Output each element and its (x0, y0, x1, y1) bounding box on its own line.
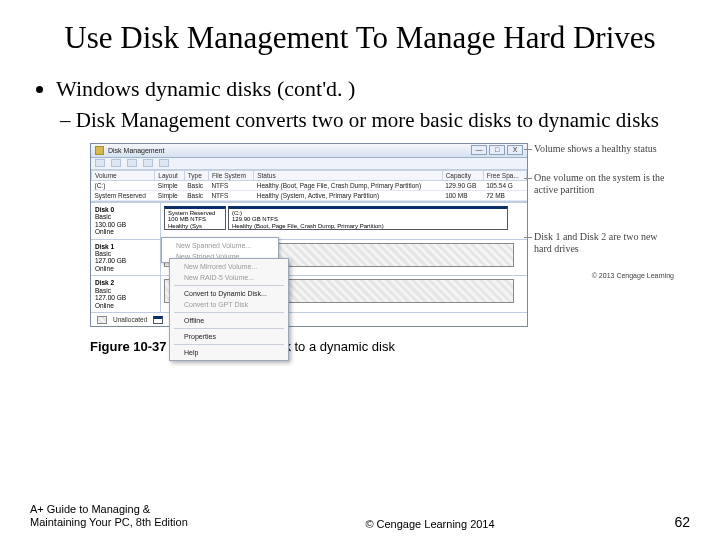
disk-type: Basic (95, 250, 156, 257)
figure-number: Figure 10-37 (90, 339, 167, 354)
part-title: System Reserved (168, 210, 222, 217)
disk-type: Basic (95, 213, 156, 220)
cell: Simple (155, 180, 184, 190)
toolbar-button[interactable] (159, 159, 169, 167)
menu-separator (174, 285, 284, 286)
menu-separator (174, 312, 284, 313)
callout-text: One volume on the system is the active p… (534, 172, 665, 195)
col-capacity[interactable]: Capacity (442, 170, 483, 180)
part-status: Healthy (Sys (168, 223, 222, 230)
disk-state: Online (95, 265, 156, 272)
col-filesystem[interactable]: File System (208, 170, 253, 180)
cell: Basic (184, 180, 208, 190)
part-size: 129.90 GB NTFS (232, 216, 504, 223)
toolbar (91, 158, 527, 170)
partition[interactable]: (C:) 129.90 GB NTFS Healthy (Boot, Page … (228, 206, 508, 230)
cell: 72 MB (483, 190, 526, 200)
toolbar-button[interactable] (111, 159, 121, 167)
menu-separator (174, 344, 284, 345)
footer-left: A+ Guide to Managing & Maintaining Your … (30, 503, 230, 531)
col-type[interactable]: Type (184, 170, 208, 180)
swatch-unallocated-icon (97, 316, 107, 324)
cell: NTFS (208, 180, 253, 190)
maximize-button[interactable]: □ (489, 145, 505, 155)
disk-name: Disk 1 (95, 243, 156, 250)
part-title: (C:) (232, 210, 504, 217)
disk-row: Disk 0 Basic 130.00 GB Online System Res… (91, 202, 527, 239)
cell: System Reserved (92, 190, 155, 200)
window-title: Disk Management (108, 147, 471, 154)
menu-item-convert-gpt[interactable]: Convert to GPT Disk (170, 299, 288, 310)
disk-row: Disk 1 Basic 127.00 GB Online New Spanne… (91, 239, 527, 276)
cell: Healthy (Boot, Page File, Crash Dump, Pr… (254, 180, 442, 190)
cell: Healthy (System, Active, Primary Partiti… (254, 190, 442, 200)
toolbar-button[interactable] (127, 159, 137, 167)
col-layout[interactable]: Layout (155, 170, 184, 180)
callout-text: Volume shows a healthy status (534, 143, 657, 154)
disk-row: Disk 2 Basic 127.00 GB Online (91, 275, 527, 312)
minimize-button[interactable]: — (471, 145, 487, 155)
callout: Disk 1 and Disk 2 are two new hard drive… (534, 231, 674, 254)
menu-item-help[interactable]: Help (170, 347, 288, 358)
col-status[interactable]: Status (254, 170, 442, 180)
disk-type: Basic (95, 287, 156, 294)
part-size: 100 MB NTFS (168, 216, 222, 223)
table-row[interactable]: System Reserved Simple Basic NTFS Health… (92, 190, 527, 200)
table-header-row: Volume Layout Type File System Status Ca… (92, 170, 527, 180)
menu-item-convert-dynamic[interactable]: Convert to Dynamic Disk... (170, 288, 288, 299)
col-volume[interactable]: Volume (92, 170, 155, 180)
disk-size: 127.00 GB (95, 257, 156, 264)
disk-header[interactable]: Disk 0 Basic 130.00 GB Online (91, 203, 161, 239)
disk-size: 127.00 GB (95, 294, 156, 301)
footer-book-line1: A+ Guide to Managing & (30, 503, 150, 515)
cell: Basic (184, 190, 208, 200)
callout: One volume on the system is the active p… (534, 172, 674, 195)
disk-body: System Reserved 100 MB NTFS Healthy (Sys… (161, 203, 527, 239)
disk-name: Disk 0 (95, 206, 156, 213)
toolbar-button[interactable] (143, 159, 153, 167)
figure-copyright: © 2013 Cengage Learning (534, 272, 674, 279)
callout: Volume shows a healthy status (534, 143, 674, 155)
cell: Simple (155, 190, 184, 200)
legend: Unallocated Primary partition (91, 312, 527, 326)
slide-title: Use Disk Management To Manage Hard Drive… (30, 20, 690, 56)
partition[interactable]: System Reserved 100 MB NTFS Healthy (Sys (164, 206, 226, 230)
cell: 100 MB (442, 190, 483, 200)
footer-book-line2: Maintaining Your PC, 8th Edition (30, 516, 188, 528)
cell: 129.90 GB (442, 180, 483, 190)
table-row[interactable]: (C:) Simple Basic NTFS Healthy (Boot, Pa… (92, 180, 527, 190)
menu-item-new-raid5[interactable]: New RAID-5 Volume... (170, 272, 288, 283)
disk-name: Disk 2 (95, 279, 156, 286)
disk-size: 130.00 GB (95, 221, 156, 228)
cell: 105.54 G (483, 180, 526, 190)
cell: NTFS (208, 190, 253, 200)
disk-management-screenshot: Disk Management — □ X (90, 143, 528, 328)
toolbar-button[interactable] (95, 159, 105, 167)
sub-bullet-list: Disk Management converts two or more bas… (60, 108, 690, 133)
app-icon (95, 146, 104, 155)
menu-item-properties[interactable]: Properties (170, 331, 288, 342)
disk-state: Online (95, 228, 156, 235)
close-button[interactable]: X (507, 145, 523, 155)
footer-copyright: © Cengage Learning 2014 (230, 518, 630, 530)
callouts: Volume shows a healthy status One volume… (534, 143, 674, 280)
part-status: Healthy (Boot, Page File, Crash Dump, Pr… (232, 223, 504, 230)
bullet-list: Windows dynamic disks (cont'd. ) (56, 76, 690, 102)
context-menu: New Mirrored Volume... New RAID-5 Volume… (169, 258, 289, 361)
menu-item[interactable]: New Spanned Volume... (162, 240, 278, 251)
callout-text: Disk 1 and Disk 2 are two new hard drive… (534, 231, 658, 254)
menu-item-offline[interactable]: Offline (170, 315, 288, 326)
disk-header[interactable]: Disk 1 Basic 127.00 GB Online (91, 240, 161, 276)
menu-item-new-mirrored[interactable]: New Mirrored Volume... (170, 261, 288, 272)
bullet-1a: Disk Management converts two or more bas… (60, 108, 690, 133)
swatch-primary-icon (153, 316, 163, 324)
footer: A+ Guide to Managing & Maintaining Your … (30, 503, 690, 531)
volumes-table: Volume Layout Type File System Status Ca… (91, 170, 527, 201)
window-titlebar: Disk Management — □ X (91, 144, 527, 158)
cell: (C:) (92, 180, 155, 190)
disk-header[interactable]: Disk 2 Basic 127.00 GB Online (91, 276, 161, 312)
col-free[interactable]: Free Spa... (483, 170, 526, 180)
bullet-1: Windows dynamic disks (cont'd. ) (56, 76, 690, 102)
legend-unallocated: Unallocated (113, 316, 147, 323)
page-number: 62 (630, 514, 690, 530)
